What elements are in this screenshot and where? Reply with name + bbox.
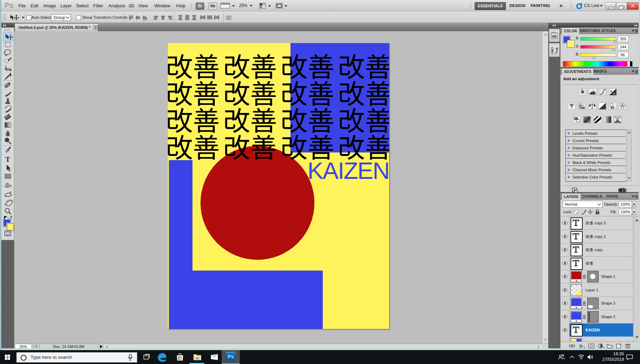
svg-text:T: T bbox=[5, 155, 10, 164]
svg-text:Mb: Mb bbox=[552, 35, 557, 38]
svg-text:KAIZEN: KAIZEN bbox=[307, 157, 389, 184]
svg-text:fx: fx bbox=[580, 344, 583, 348]
